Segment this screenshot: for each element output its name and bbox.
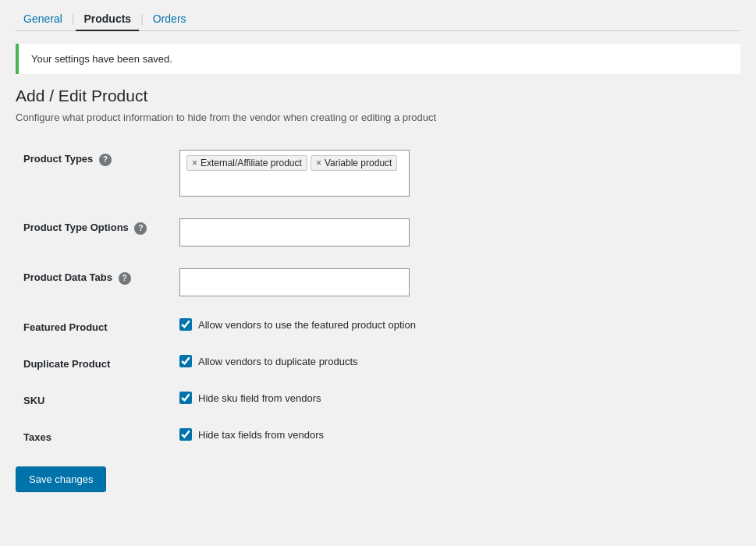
tag-external-remove[interactable]: × (192, 158, 197, 168)
product-data-tabs-label: Product Data Tabs (23, 271, 112, 283)
sku-checkbox[interactable] (179, 392, 192, 404)
row-duplicate-product: Duplicate Product Allow vendors to dupli… (16, 344, 740, 381)
notice-message: Your settings have been saved. (31, 53, 172, 65)
tag-variable-label: Variable product (325, 158, 392, 168)
tag-external: × External/Affiliate product (186, 155, 307, 171)
row-product-type-options: Product Type Options ? (16, 207, 740, 257)
taxes-checkbox-row: Hide tax fields from vendors (179, 428, 733, 441)
product-data-tabs-help-icon[interactable]: ? (119, 272, 131, 285)
tab-orders[interactable]: Orders (145, 8, 194, 30)
row-product-types: Product Types ? × External/Affiliate pro… (16, 139, 740, 207)
section-title: Add / Edit Product (16, 87, 740, 105)
row-product-data-tabs: Product Data Tabs ? (16, 257, 740, 307)
featured-product-checkbox-label: Allow vendors to use the featured produc… (198, 319, 416, 331)
tag-external-label: External/Affiliate product (201, 158, 302, 168)
duplicate-product-label: Duplicate Product (23, 358, 110, 370)
section-description: Configure what product information to hi… (16, 112, 740, 123)
save-button[interactable]: Save changes (16, 466, 106, 492)
form-table: Product Types ? × External/Affiliate pro… (16, 139, 740, 454)
settings-saved-notice: Your settings have been saved. (16, 44, 740, 74)
taxes-checkbox[interactable] (179, 428, 192, 441)
duplicate-product-checkbox-label: Allow vendors to duplicate products (198, 356, 358, 367)
product-type-options-help-icon[interactable]: ? (134, 222, 147, 235)
tab-separator-2: | (139, 8, 145, 30)
tab-separator-1: | (70, 8, 76, 30)
nav-tabs: General | Products | Orders (16, 8, 740, 31)
row-taxes: Taxes Hide tax fields from vendors (16, 417, 740, 454)
sku-checkbox-label: Hide sku field from vendors (198, 392, 321, 404)
taxes-checkbox-label: Hide tax fields from vendors (198, 429, 324, 441)
tab-products[interactable]: Products (76, 8, 139, 31)
row-featured-product: Featured Product Allow vendors to use th… (16, 307, 740, 344)
row-sku: SKU Hide sku field from vendors (16, 381, 740, 417)
duplicate-product-checkbox-row: Allow vendors to duplicate products (179, 355, 733, 367)
page-wrap: General | Products | Orders Your setting… (0, 0, 756, 508)
duplicate-product-checkbox[interactable] (179, 355, 192, 367)
featured-product-checkbox[interactable] (179, 318, 192, 331)
sku-label: SKU (23, 395, 44, 406)
product-type-options-input[interactable] (179, 218, 410, 246)
product-types-help-icon[interactable]: ? (99, 154, 112, 166)
tag-variable: × Variable product (311, 155, 398, 171)
tag-variable-remove[interactable]: × (316, 158, 321, 168)
product-data-tabs-input[interactable] (179, 268, 410, 296)
product-types-label: Product Types (23, 153, 93, 165)
featured-product-checkbox-row: Allow vendors to use the featured produc… (179, 318, 733, 331)
product-type-options-label: Product Type Options (23, 222, 129, 233)
product-types-input[interactable]: × External/Affiliate product × Variable … (179, 150, 410, 197)
tab-general[interactable]: General (16, 8, 70, 30)
taxes-label: Taxes (23, 431, 51, 443)
featured-product-label: Featured Product (23, 321, 108, 333)
sku-checkbox-row: Hide sku field from vendors (179, 392, 733, 404)
